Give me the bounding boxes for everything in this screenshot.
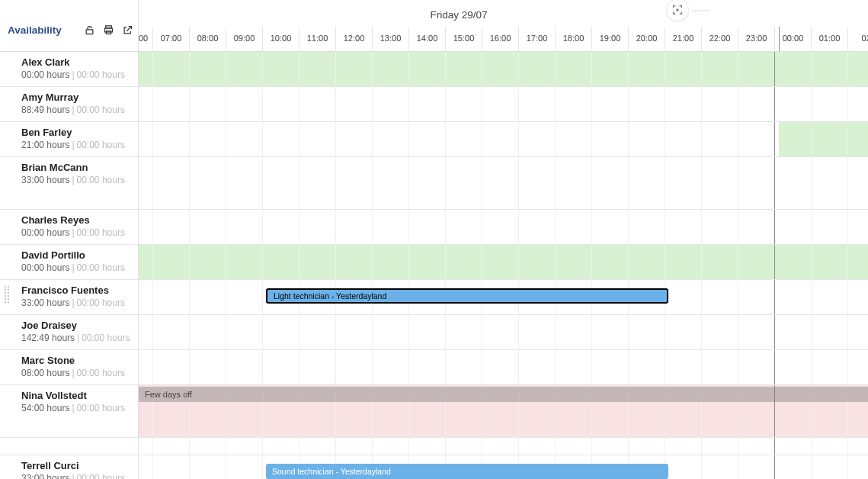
person-name: Brian McCann [21,162,130,173]
timeline-row[interactable] [139,122,868,157]
person-hours: 33:00 hours|00:00 hours [21,473,130,479]
hour-cell: 02 [847,27,868,51]
person-row-head: David Portillo00:00 hours|00:00 hours [0,245,138,280]
person-name: David Portillo [21,249,130,261]
timeline-row[interactable] [139,87,868,122]
person-name: Amy Murray [21,92,130,103]
hour-cell: 17:00 [518,27,555,51]
hour-cell: 22:00 [701,27,738,51]
hour-cell: 16:00 [482,27,518,51]
person-row-head: Francisco Fuentes33:00 hours|00:00 hours [0,280,138,315]
person-hours: 00:00 hours|00:00 hours [21,262,130,273]
person-name: Terrell Curci [21,460,130,471]
person-name: Nina Vollstedt [21,390,130,401]
person-name: Alex Clark [21,56,130,68]
person-row-head: Alex Clark00:00 hours|00:00 hours [0,52,138,87]
hour-cell: 10:00 [262,27,299,51]
timeline-row[interactable]: Few days off [139,385,868,438]
drag-strip-icon [692,2,716,7]
person-name: Marc Stone [21,355,130,366]
person-name: Francisco Fuentes [21,285,130,296]
person-row-head: Terrell Curci33:00 hours|00:00 hours [0,455,138,479]
timeline-row[interactable] [139,157,868,210]
person-hours: 33:00 hours|00:00 hours [21,297,130,308]
available-range [139,245,868,279]
hour-cell: 21:00 [665,27,701,51]
day-separator [779,27,780,51]
hour-cell: 23:00 [738,27,774,51]
hour-cell: 14:00 [408,27,445,51]
svg-point-4 [677,9,678,11]
svg-rect-0 [86,30,93,34]
hour-cell: 20:00 [628,27,665,51]
person-row-head: Amy Murray88:49 hours|00:00 hours [0,87,138,122]
hour-cell: 00 [139,27,152,51]
timeline-grid: Friday 29/07 0007:0008:0009:0010:0011:00… [139,0,868,479]
scheduled-event[interactable]: Sound technician - Yesterdayland [266,464,668,479]
available-range [139,52,868,86]
person-hours: 142:49 hours|00:00 hours [21,333,130,343]
timeline-row[interactable] [139,52,868,87]
timeline-row[interactable] [139,315,868,350]
person-row-head: Nina Vollstedt54:00 hours|00:00 hours [0,385,138,438]
hour-cell: 09:00 [226,27,262,51]
person-name: Charles Reyes [21,214,130,226]
person-row-head: Joe Draisey142:49 hours|00:00 hours [0,315,138,350]
person-row-head: Marc Stone08:00 hours|00:00 hours [0,350,138,385]
person-hours: 54:00 hours|00:00 hours [21,403,130,413]
timeline-row[interactable]: Sound technician - Yesterdayland [139,455,868,479]
print-icon[interactable] [103,24,114,36]
hour-cell: 19:00 [591,27,628,51]
person-name: Ben Farley [21,127,130,138]
external-link-icon[interactable] [122,24,133,36]
availability-label: Availability [8,24,62,36]
timeline-row[interactable] [139,245,868,280]
person-hours: 33:00 hours|00:00 hours [21,175,130,185]
person-hours: 00:00 hours|00:00 hours [21,227,130,238]
sidebar-header: Availability [0,0,138,52]
hour-cell: 12:00 [335,27,372,51]
scheduled-event[interactable]: Few days off [139,387,868,402]
timeline-row[interactable]: Light technician - Yesterdayland [139,280,868,315]
person-row-head: Charles Reyes00:00 hours|00:00 hours [0,210,138,245]
person-row-head: Brian McCann33:00 hours|00:00 hours [0,157,138,210]
hour-cell: 18:00 [555,27,591,51]
person-hours: 88:49 hours|00:00 hours [21,104,130,115]
timeline-row[interactable] [139,350,868,385]
person-row-head [0,438,138,455]
hour-cell: 01:00 [811,27,847,51]
drag-handle-icon[interactable] [5,286,14,300]
person-name: Joe Draisey [21,320,130,331]
person-row-head: Ben Farley21:00 hours|00:00 hours [0,122,138,157]
available-range [779,122,868,156]
hour-cell: 08:00 [189,27,226,51]
timeline-row[interactable] [139,210,868,245]
unlock-icon[interactable] [84,24,95,36]
grid-header: Friday 29/07 0007:0008:0009:0010:0011:00… [139,0,868,52]
sidebar: Availability Alex Clark00:00 hours|00:00… [0,0,139,479]
hour-cell: 13:00 [372,27,408,51]
person-hours: 00:00 hours|00:00 hours [21,69,130,80]
hour-cell: 00:00 [774,27,811,51]
scheduled-event[interactable]: Light technician - Yesterdayland [266,288,668,304]
timeline-row[interactable] [139,438,868,455]
hour-cell: 15:00 [445,27,482,51]
hour-header-row: 0007:0008:0009:0010:0011:0012:0013:0014:… [139,27,868,51]
person-hours: 08:00 hours|00:00 hours [21,368,130,378]
hour-cell: 11:00 [299,27,335,51]
person-hours: 21:00 hours|00:00 hours [21,140,130,150]
hour-cell: 07:00 [152,27,189,51]
